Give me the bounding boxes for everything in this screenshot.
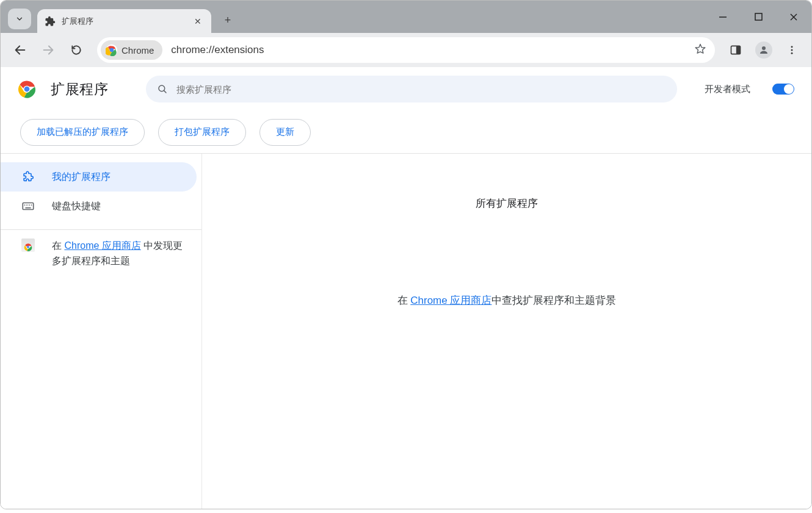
sidebar-item-keyboard-shortcuts[interactable]: 键盘快捷键 [1, 192, 197, 221]
pack-extension-button[interactable]: 打包扩展程序 [158, 119, 246, 146]
svg-point-22 [29, 204, 30, 206]
chevron-down-icon [15, 15, 24, 23]
svg-point-23 [31, 204, 32, 206]
webstore-icon [21, 239, 35, 252]
back-button[interactable] [8, 38, 32, 62]
titlebar: 扩展程序 ✕ + [1, 1, 811, 33]
site-chip-text: Chrome [121, 45, 154, 56]
developer-mode-toggle[interactable] [772, 84, 794, 95]
extensions-search-input[interactable] [176, 84, 666, 95]
svg-point-9 [762, 46, 766, 50]
star-icon [694, 43, 706, 55]
store-text-prefix: 在 [52, 240, 64, 251]
svg-point-20 [24, 204, 26, 206]
omnibox[interactable]: Chrome chrome://extensions [97, 37, 715, 63]
svg-line-17 [164, 90, 166, 93]
new-tab-button[interactable]: + [217, 10, 238, 30]
extensions-header: 扩展程序 开发者模式 [1, 67, 811, 111]
all-extensions-heading: 所有扩展程序 [202, 196, 811, 210]
chrome-logo-icon [18, 80, 36, 98]
menu-button[interactable] [780, 38, 804, 62]
load-unpacked-button[interactable]: 加载已解压的扩展程序 [20, 119, 145, 146]
sidebar-divider [1, 229, 201, 230]
browser-toolbar: Chrome chrome://extensions [1, 33, 811, 67]
developer-mode-label: 开发者模式 [705, 84, 750, 95]
sidebar-item-label: 我的扩展程序 [52, 171, 111, 184]
svg-rect-18 [23, 203, 33, 210]
sidebar-item-my-extensions[interactable]: 我的扩展程序 [1, 162, 197, 192]
svg-point-10 [791, 46, 793, 48]
window-close-button[interactable] [776, 1, 811, 33]
search-icon [157, 84, 168, 95]
page-title: 扩展程序 [51, 80, 108, 99]
main-content: 所有扩展程序 在 Chrome 应用商店中查找扩展程序和主题背景 [202, 154, 811, 509]
side-panel-button[interactable] [723, 38, 748, 62]
avatar-icon [755, 41, 772, 59]
arrow-left-icon [13, 43, 27, 57]
svg-rect-8 [736, 46, 741, 54]
extension-icon [21, 170, 35, 184]
window-minimize-button[interactable] [705, 1, 741, 33]
svg-rect-1 [755, 13, 762, 20]
svg-point-12 [791, 52, 793, 54]
update-button[interactable]: 更新 [259, 119, 311, 146]
chrome-webstore-link-main[interactable]: Chrome 应用商店 [410, 295, 491, 306]
svg-point-11 [791, 49, 793, 51]
arrow-right-icon [42, 43, 55, 57]
webstore-prompt: 在 Chrome 应用商店中查找扩展程序和主题背景 [202, 293, 811, 307]
sidebar: 我的扩展程序 键盘快捷键 在 Chrome 应用商店 中发现更多扩展程序和主题 [1, 154, 202, 509]
keyboard-icon [21, 199, 35, 213]
svg-point-21 [26, 204, 27, 206]
url-text: chrome://extensions [171, 44, 694, 56]
window-maximize-button[interactable] [741, 1, 776, 33]
sidebar-store-link: 在 Chrome 应用商店 中发现更多扩展程序和主题 [1, 239, 201, 269]
reload-button[interactable] [64, 38, 89, 62]
svg-point-15 [24, 87, 30, 92]
tab-list-dropdown[interactable] [8, 9, 31, 29]
browser-tab[interactable]: 扩展程序 ✕ [37, 9, 211, 34]
extensions-search[interactable] [146, 76, 677, 102]
site-info-chip[interactable]: Chrome [101, 40, 162, 60]
reload-icon [70, 44, 82, 56]
profile-button[interactable] [752, 38, 776, 62]
tab-title: 扩展程序 [62, 16, 192, 27]
side-panel-icon [730, 44, 742, 56]
developer-actions: 加载已解压的扩展程序 打包扩展程序 更新 [1, 111, 811, 154]
forward-button[interactable] [36, 38, 60, 62]
puzzle-icon [45, 16, 56, 27]
tab-close-button[interactable]: ✕ [192, 16, 204, 26]
kebab-menu-icon [786, 45, 797, 56]
svg-point-25 [27, 246, 29, 248]
sidebar-item-label: 键盘快捷键 [52, 200, 101, 213]
chrome-icon [106, 44, 118, 56]
bookmark-button[interactable] [694, 43, 706, 57]
chrome-webstore-link[interactable]: Chrome 应用商店 [64, 240, 140, 251]
